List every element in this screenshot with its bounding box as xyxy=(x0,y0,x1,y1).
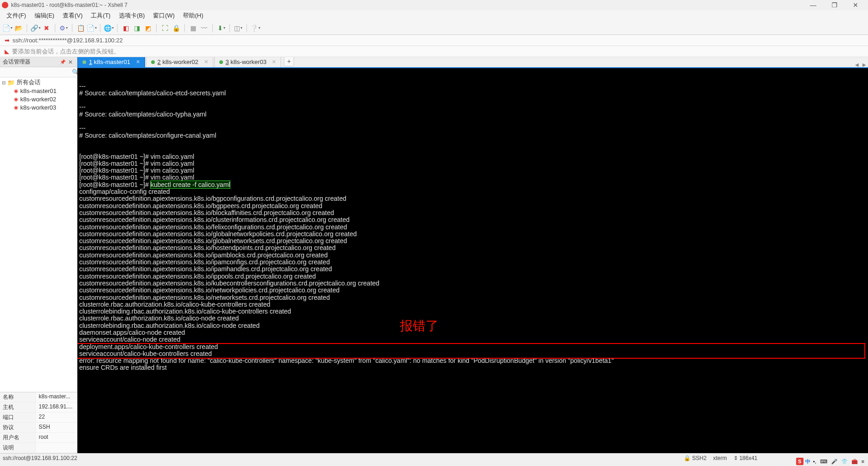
color2-icon[interactable]: ◨ xyxy=(132,23,141,33)
copy-icon[interactable]: 📋 xyxy=(76,23,85,33)
sidebar-search: 🔍 xyxy=(0,67,77,77)
tray-more-icon[interactable]: ≡ xyxy=(861,459,865,464)
menu-tools[interactable]: 工具(T) xyxy=(87,11,114,21)
help-icon[interactable]: ❔▾ xyxy=(251,23,260,33)
tab-label: k8s-worker02 xyxy=(162,58,198,65)
address-input[interactable] xyxy=(12,37,863,44)
collapse-icon[interactable]: ⊟ xyxy=(2,80,7,85)
hint-flag-icon: ◣ xyxy=(5,48,9,55)
menu-view[interactable]: 查看(V) xyxy=(59,11,86,21)
ime-icon[interactable]: S xyxy=(796,458,803,465)
tab-num: 3 xyxy=(226,58,229,65)
hintbar: ◣ 要添加当前会话，点击左侧的箭头按钮。 xyxy=(0,46,868,57)
tab-close-icon[interactable]: ✕ xyxy=(272,59,276,65)
globe-icon[interactable]: 🌐▾ xyxy=(104,23,113,33)
prop-proto-k: 协议 xyxy=(0,423,36,432)
ruler-icon[interactable]: 〰 xyxy=(199,23,209,33)
prop-host-v: 192.168.91.... xyxy=(36,402,77,412)
paste-icon[interactable]: 📄▾ xyxy=(87,23,96,33)
layout-icon[interactable]: ◫▾ xyxy=(234,23,243,33)
session-props: 名称k8s-master... 主机192.168.91.... 端口22 协议… xyxy=(0,392,77,453)
tab-master01[interactable]: 1 k8s-master01 ✕ xyxy=(77,57,145,67)
disconnect-icon[interactable]: ✖ xyxy=(42,23,51,33)
prop-proto-v: SSH xyxy=(36,423,77,432)
tree-item-worker03[interactable]: ◉ k8s-worker03 xyxy=(0,103,77,111)
sidebar-search-input[interactable] xyxy=(3,69,72,76)
connected-icon xyxy=(151,60,155,64)
lock-icon[interactable]: 🔒 xyxy=(171,23,181,33)
menu-tab[interactable]: 选项卡(B) xyxy=(115,11,148,21)
tab-worker03[interactable]: 3 k8s-worker03 ✕ xyxy=(214,57,282,67)
main-pane: 1 k8s-master01 ✕ 2 k8s-worker02 ✕ 3 k8s-… xyxy=(77,57,868,453)
properties-icon[interactable]: ⚙▾ xyxy=(59,23,68,33)
tray-mic-icon[interactable]: 🎤 xyxy=(830,459,839,465)
minimize-button[interactable]: — xyxy=(803,0,824,10)
tray-toolbox-icon[interactable]: 🧰 xyxy=(850,459,859,465)
titlebar: k8s-master01 - root@k8s-master01:~ - Xsh… xyxy=(0,0,868,10)
tab-num: 2 xyxy=(158,58,161,65)
connected-icon xyxy=(219,60,223,64)
add-session-arrow-icon[interactable]: ➡ xyxy=(5,37,10,44)
pin-icon[interactable]: 📌 xyxy=(59,59,67,64)
tray-skin-icon[interactable]: 👕 xyxy=(840,459,849,465)
menu-window[interactable]: 窗口(W) xyxy=(149,11,178,21)
tab-row: 1 k8s-master01 ✕ 2 k8s-worker02 ✕ 3 k8s-… xyxy=(77,57,868,68)
tree-item-label: k8s-worker02 xyxy=(20,96,56,103)
lock-icon: 🔒 xyxy=(684,455,691,461)
session-tree: ⊟ 📁 所有会话 ◉ k8s-master01 ◉ k8s-worker02 ◉… xyxy=(0,77,77,392)
new-session-icon[interactable]: 📄▾ xyxy=(3,23,12,33)
menu-edit[interactable]: 编辑(E) xyxy=(31,11,58,21)
tab-close-icon[interactable]: ✕ xyxy=(136,59,140,65)
addressbar: ➡ xyxy=(0,35,868,46)
tab-scroll-right-icon[interactable]: ▶ xyxy=(861,62,868,67)
color3-icon[interactable]: ◩ xyxy=(143,23,152,33)
tree-root[interactable]: ⊟ 📁 所有会话 xyxy=(0,78,77,87)
prop-host-k: 主机 xyxy=(0,402,36,412)
prop-port-k: 端口 xyxy=(0,413,36,422)
menu-file[interactable]: 文件(F) xyxy=(3,11,30,21)
system-tray: S 中 •, ⌨ 🎤 👕 🧰 ≡ xyxy=(796,457,865,466)
status-address: ssh://root@192.168.91.100:22 xyxy=(3,455,77,461)
status-proto: SSH2 xyxy=(692,455,706,461)
color1-icon[interactable]: ◧ xyxy=(121,23,130,33)
tab-worker02[interactable]: 2 k8s-worker02 ✕ xyxy=(146,57,213,67)
maximize-button[interactable]: ❐ xyxy=(824,0,845,10)
tab-label: k8s-master01 xyxy=(94,58,130,65)
session-manager-sidebar: 会话管理器 📌 ✕ 🔍 ⊟ 📁 所有会话 ◉ k8s-master01 ◉ k8… xyxy=(0,57,77,453)
lang-indicator[interactable]: 中 xyxy=(805,458,810,465)
prop-desc-v xyxy=(36,443,77,453)
tree-item-label: k8s-worker03 xyxy=(20,104,56,111)
fullscreen-icon[interactable]: ⛶ xyxy=(160,23,170,33)
menu-help[interactable]: 帮助(H) xyxy=(179,11,207,21)
folder-icon: 📁 xyxy=(7,79,15,86)
sidebar-header: 会话管理器 📌 ✕ xyxy=(0,57,77,67)
tree-item-label: k8s-master01 xyxy=(20,87,57,94)
connected-icon xyxy=(82,60,86,64)
prop-desc-k: 说明 xyxy=(0,443,36,453)
prop-name-k: 名称 xyxy=(0,392,36,402)
terminal[interactable]: --- # Source: calico/templates/calico-et… xyxy=(77,68,868,453)
tree-item-master01[interactable]: ◉ k8s-master01 xyxy=(0,87,77,95)
tab-scroll-left-icon[interactable]: ◀ xyxy=(853,62,861,67)
prop-user-k: 用户名 xyxy=(0,433,36,443)
calc-icon[interactable]: ▦ xyxy=(188,23,198,33)
prop-port-v: 22 xyxy=(36,413,77,422)
tree-item-worker02[interactable]: ◉ k8s-worker02 xyxy=(0,95,77,103)
tray-punct-icon[interactable]: •, xyxy=(812,459,817,464)
toolbar: 📄▾ 📂 🔗▾ ✖ ⚙▾ 📋 📄▾ 🌐▾ ◧ ◨ ◩ ⛶ 🔒 ▦ 〰 ⬇▾ ◫▾… xyxy=(0,21,868,35)
reconnect-icon[interactable]: 🔗▾ xyxy=(31,23,40,33)
close-button[interactable]: ✕ xyxy=(845,0,866,10)
tab-label: k8s-worker03 xyxy=(230,58,266,65)
tree-root-label: 所有会话 xyxy=(17,78,41,87)
tab-close-icon[interactable]: ✕ xyxy=(204,59,208,65)
new-tab-button[interactable]: + xyxy=(284,57,294,66)
status-term: xterm xyxy=(713,455,727,461)
menubar: 文件(F) 编辑(E) 查看(V) 工具(T) 选项卡(B) 窗口(W) 帮助(… xyxy=(0,10,868,21)
xftp-icon[interactable]: ⬇▾ xyxy=(217,23,226,33)
tray-keyboard-icon[interactable]: ⌨ xyxy=(819,459,828,465)
app-icon xyxy=(2,2,8,8)
sidebar-close-icon[interactable]: ✕ xyxy=(67,59,74,65)
open-session-icon[interactable]: 📂 xyxy=(14,23,23,33)
prop-user-v: root xyxy=(36,433,77,443)
session-icon: ◉ xyxy=(14,105,18,111)
